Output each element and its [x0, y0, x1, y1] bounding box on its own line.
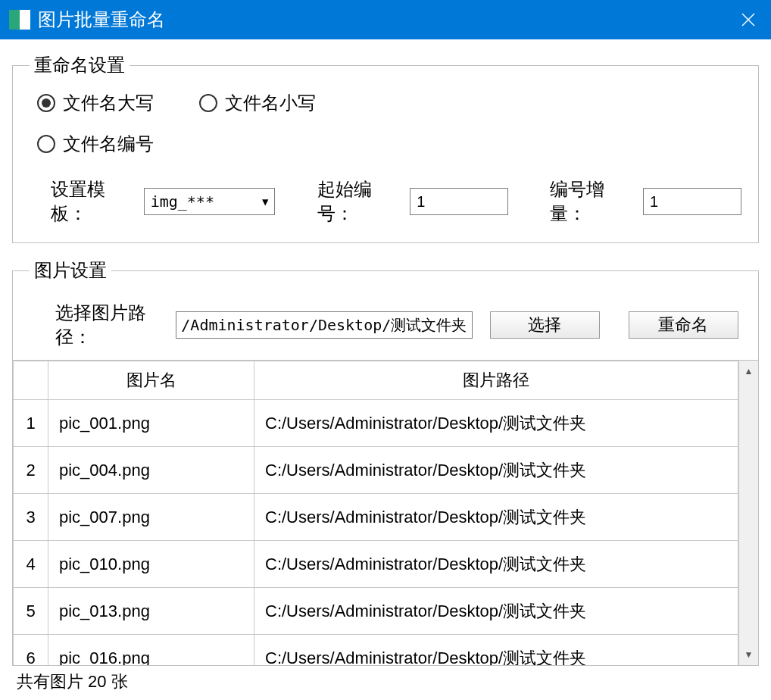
status-bar: 共有图片 20 张 [12, 666, 759, 698]
template-label: 设置模板： [51, 177, 133, 226]
rename-settings-group: 重命名设置 文件名大写 文件名小写 文件名编号 设置模板： [12, 53, 759, 243]
row-name: pic_010.png [48, 541, 254, 588]
scroll-up-icon[interactable]: ▲ [741, 364, 757, 379]
table-row[interactable]: 5pic_013.pngC:/Users/Administrator/Deskt… [14, 588, 738, 635]
scroll-down-icon[interactable]: ▼ [741, 647, 757, 662]
row-name: pic_007.png [48, 494, 254, 541]
window-title: 图片批量重命名 [38, 8, 165, 32]
radio-uppercase[interactable]: 文件名大写 [37, 91, 154, 115]
row-path: C:/Users/Administrator/Desktop/测试文件夹 [254, 541, 738, 588]
table-row[interactable]: 6pic_016.pngC:/Users/Administrator/Deskt… [14, 635, 738, 666]
row-path: C:/Users/Administrator/Desktop/测试文件夹 [254, 400, 738, 447]
rename-settings-legend: 重命名设置 [30, 53, 130, 77]
path-label: 选择图片路径： [55, 301, 176, 349]
start-number-input[interactable] [410, 188, 508, 215]
table-row[interactable]: 1pic_001.pngC:/Users/Administrator/Deskt… [14, 400, 738, 447]
col-header-index [14, 361, 48, 400]
step-number-input[interactable] [643, 188, 741, 215]
radio-lowercase[interactable]: 文件名小写 [199, 91, 316, 115]
col-header-name: 图片名 [48, 361, 254, 400]
titlebar: 图片批量重命名 [0, 0, 771, 39]
radio-uppercase-label: 文件名大写 [63, 91, 154, 115]
row-index: 3 [14, 494, 48, 541]
image-settings-group: 图片设置 选择图片路径： 选择 重命名 [12, 258, 759, 361]
row-path: C:/Users/Administrator/Desktop/测试文件夹 [254, 588, 738, 635]
rename-button[interactable]: 重命名 [629, 311, 738, 339]
close-icon [741, 12, 756, 27]
template-combobox[interactable]: img_*** ▼ [144, 188, 276, 215]
row-path: C:/Users/Administrator/Desktop/测试文件夹 [254, 447, 738, 494]
row-index: 6 [14, 635, 48, 666]
row-name: pic_001.png [48, 400, 254, 447]
chevron-down-icon: ▼ [262, 195, 268, 208]
row-name: pic_016.png [48, 635, 254, 666]
images-table-container: 图片名 图片路径 1pic_001.pngC:/Users/Administra… [12, 360, 759, 666]
step-number-label: 编号增量： [550, 177, 632, 226]
row-name: pic_013.png [48, 588, 254, 635]
table-row[interactable]: 4pic_010.pngC:/Users/Administrator/Deskt… [14, 541, 738, 588]
path-input[interactable] [176, 311, 472, 339]
row-index: 2 [14, 447, 48, 494]
app-icon [9, 10, 30, 30]
row-path: C:/Users/Administrator/Desktop/测试文件夹 [254, 635, 738, 666]
row-name: pic_004.png [48, 447, 254, 494]
table-row[interactable]: 3pic_007.pngC:/Users/Administrator/Deskt… [14, 494, 738, 541]
template-value: img_*** [151, 192, 214, 211]
radio-numbering-label: 文件名编号 [63, 132, 154, 156]
row-path: C:/Users/Administrator/Desktop/测试文件夹 [254, 494, 738, 541]
image-settings-legend: 图片设置 [30, 258, 111, 283]
radio-icon [37, 94, 55, 112]
radio-numbering[interactable]: 文件名编号 [37, 132, 154, 156]
vertical-scrollbar[interactable]: ▲ ▼ [738, 361, 758, 665]
table-row[interactable]: 2pic_004.pngC:/Users/Administrator/Deskt… [14, 447, 738, 494]
col-header-path: 图片路径 [254, 361, 738, 400]
row-index: 1 [14, 400, 48, 447]
radio-icon [199, 94, 217, 112]
radio-icon [37, 135, 55, 153]
start-number-label: 起始编号： [317, 177, 400, 226]
choose-button[interactable]: 选择 [490, 311, 600, 339]
row-index: 4 [14, 541, 48, 588]
row-index: 5 [14, 588, 48, 635]
images-table: 图片名 图片路径 1pic_001.pngC:/Users/Administra… [13, 361, 738, 665]
close-button[interactable] [726, 0, 771, 39]
radio-lowercase-label: 文件名小写 [225, 91, 316, 115]
